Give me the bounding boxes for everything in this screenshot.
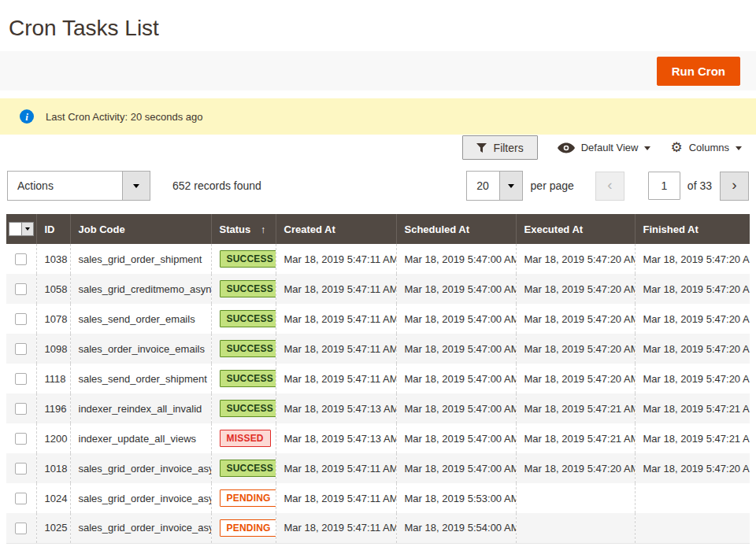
eye-icon bbox=[558, 142, 575, 153]
cell-executed-at: Mar 18, 2019 5:47:20 AM bbox=[516, 364, 635, 393]
filters-button[interactable]: Filters bbox=[462, 135, 538, 160]
select-all-dropdown[interactable] bbox=[9, 222, 34, 236]
cell-job-code: indexer_reindex_all_invalid bbox=[70, 393, 211, 423]
records-count: 652 records found bbox=[172, 179, 261, 192]
chevron-down-icon bbox=[736, 146, 742, 150]
cell-scheduled-at: Mar 18, 2019 5:53:00 AM bbox=[396, 483, 516, 513]
cell-finished-at: Mar 18, 2019 5:47:20 AM bbox=[635, 244, 750, 274]
cell-executed-at: Mar 18, 2019 5:47:20 AM bbox=[516, 244, 635, 274]
pagination: 20 per page ‹ of 33 › bbox=[466, 171, 749, 201]
cell-executed-at: Mar 18, 2019 5:47:20 AM bbox=[516, 274, 635, 304]
filters-label: Filters bbox=[494, 142, 524, 154]
table-row: 1098sales_order_invoice_emailsSUCCESSMar… bbox=[6, 334, 750, 364]
row-checkbox[interactable] bbox=[15, 283, 27, 295]
actions-select-value: Actions bbox=[8, 172, 122, 200]
cell-finished-at: Mar 18, 2019 5:47:21 AM bbox=[635, 423, 750, 453]
actions-select-caret bbox=[122, 172, 150, 200]
page-number-input[interactable] bbox=[648, 172, 680, 200]
status-badge: SUCCESS bbox=[220, 280, 276, 297]
column-header-created-at[interactable]: Created At bbox=[276, 214, 396, 244]
cell-job-code: sales_grid_order_invoice_async bbox=[70, 453, 211, 483]
cell-scheduled-at: Mar 18, 2019 5:47:00 AM bbox=[396, 244, 516, 274]
next-page-button[interactable]: › bbox=[720, 172, 749, 201]
row-checkbox[interactable] bbox=[15, 373, 27, 385]
column-header-status[interactable]: Status ↑ bbox=[211, 214, 276, 244]
actions-select[interactable]: Actions bbox=[7, 171, 150, 201]
per-page-select[interactable]: 20 bbox=[466, 171, 523, 201]
cell-id: 1038 bbox=[36, 244, 70, 274]
cell-finished-at: Mar 18, 2019 5:47:20 AM bbox=[635, 334, 750, 364]
row-select-cell bbox=[6, 393, 36, 423]
select-all-header[interactable] bbox=[6, 214, 36, 244]
cell-id: 1025 bbox=[36, 513, 70, 543]
actions-toolbar: Actions 652 records found 20 per page ‹ … bbox=[0, 171, 756, 201]
row-checkbox[interactable] bbox=[15, 253, 27, 265]
cell-created-at: Mar 18, 2019 5:47:13 AM bbox=[276, 423, 396, 453]
cell-finished-at: Mar 18, 2019 5:47:20 AM bbox=[635, 453, 750, 483]
default-view-dropdown[interactable]: Default View bbox=[558, 142, 651, 153]
cell-finished-at: Mar 18, 2019 5:47:20 AM bbox=[635, 364, 750, 393]
status-badge: SUCCESS bbox=[220, 310, 276, 327]
cell-id: 1058 bbox=[36, 274, 70, 304]
cell-created-at: Mar 18, 2019 5:47:11 AM bbox=[276, 453, 396, 483]
table-row: 1196indexer_reindex_all_invalidSUCCESSMa… bbox=[6, 393, 750, 423]
caret-down-icon bbox=[133, 184, 139, 188]
cell-job-code: sales_send_order_emails bbox=[70, 304, 211, 334]
status-badge: SUCCESS bbox=[220, 370, 276, 387]
cell-job-code: indexer_update_all_views bbox=[70, 423, 211, 453]
row-checkbox[interactable] bbox=[15, 313, 27, 325]
table-row: 1200indexer_update_all_viewsMISSEDMar 18… bbox=[6, 423, 750, 453]
columns-dropdown[interactable]: ⚙ Columns bbox=[670, 141, 742, 154]
row-select-cell bbox=[6, 304, 36, 334]
row-checkbox[interactable] bbox=[15, 403, 27, 415]
per-page-label: per page bbox=[531, 179, 574, 192]
table-row: 1038sales_grid_order_shipmentSUCCESSMar … bbox=[6, 244, 750, 274]
select-all-caret bbox=[21, 223, 33, 235]
run-cron-button[interactable]: Run Cron bbox=[657, 57, 740, 86]
cell-created-at: Mar 18, 2019 5:47:11 AM bbox=[276, 513, 396, 543]
cell-id: 1078 bbox=[36, 304, 70, 334]
status-badge: PENDING bbox=[220, 519, 276, 537]
cell-status: SUCCESS bbox=[211, 334, 276, 364]
cell-finished-at bbox=[635, 513, 750, 543]
caret-down-icon bbox=[508, 184, 514, 188]
column-header-executed-at[interactable]: Executed At bbox=[516, 214, 635, 244]
row-checkbox[interactable] bbox=[15, 343, 27, 355]
status-badge: SUCCESS bbox=[220, 460, 276, 477]
info-icon: i bbox=[20, 109, 34, 124]
row-select-cell bbox=[6, 274, 36, 304]
cell-status: PENDING bbox=[211, 483, 276, 513]
column-header-scheduled-at[interactable]: Scheduled At bbox=[396, 214, 516, 244]
notice-text: Last Cron Activity: 20 seconds ago bbox=[46, 111, 202, 123]
column-header-finished-at[interactable]: Finished At bbox=[635, 214, 750, 244]
row-checkbox[interactable] bbox=[15, 433, 27, 445]
table-row: 1024sales_grid_order_invoice_asyncPENDIN… bbox=[6, 483, 750, 513]
cell-id: 1098 bbox=[36, 334, 70, 364]
cell-scheduled-at: Mar 18, 2019 5:47:00 AM bbox=[396, 423, 516, 453]
select-all-checkbox[interactable] bbox=[9, 223, 21, 235]
row-checkbox[interactable] bbox=[15, 493, 27, 504]
cell-created-at: Mar 18, 2019 5:47:11 AM bbox=[276, 483, 396, 513]
column-header-job-code[interactable]: Job Code bbox=[70, 214, 211, 244]
row-checkbox[interactable] bbox=[15, 463, 27, 475]
row-checkbox[interactable] bbox=[15, 523, 27, 534]
cell-status: SUCCESS bbox=[211, 364, 276, 393]
grid-body: 1038sales_grid_order_shipmentSUCCESSMar … bbox=[6, 244, 750, 543]
column-header-id[interactable]: ID bbox=[36, 214, 70, 244]
cell-scheduled-at: Mar 18, 2019 5:47:00 AM bbox=[396, 334, 516, 364]
cell-created-at: Mar 18, 2019 5:47:13 AM bbox=[276, 393, 396, 423]
cell-executed-at bbox=[516, 513, 635, 543]
cell-job-code: sales_order_invoice_emails bbox=[70, 334, 211, 364]
status-header-label: Status bbox=[220, 223, 251, 235]
cell-scheduled-at: Mar 18, 2019 5:47:00 AM bbox=[396, 453, 516, 483]
cell-executed-at: Mar 18, 2019 5:47:21 AM bbox=[516, 393, 635, 423]
filter-funnel-icon bbox=[476, 143, 487, 153]
cell-created-at: Mar 18, 2019 5:47:11 AM bbox=[276, 304, 396, 334]
table-row: 1058sales_grid_creditmemo_asyncSUCCESSMa… bbox=[6, 274, 750, 304]
prev-page-button[interactable]: ‹ bbox=[595, 172, 624, 201]
cell-id: 1018 bbox=[36, 453, 70, 483]
cron-activity-notice: i Last Cron Activity: 20 seconds ago bbox=[0, 98, 756, 135]
cell-executed-at bbox=[516, 483, 635, 513]
status-badge: SUCCESS bbox=[220, 250, 276, 268]
cell-executed-at: Mar 18, 2019 5:47:20 AM bbox=[516, 334, 635, 364]
